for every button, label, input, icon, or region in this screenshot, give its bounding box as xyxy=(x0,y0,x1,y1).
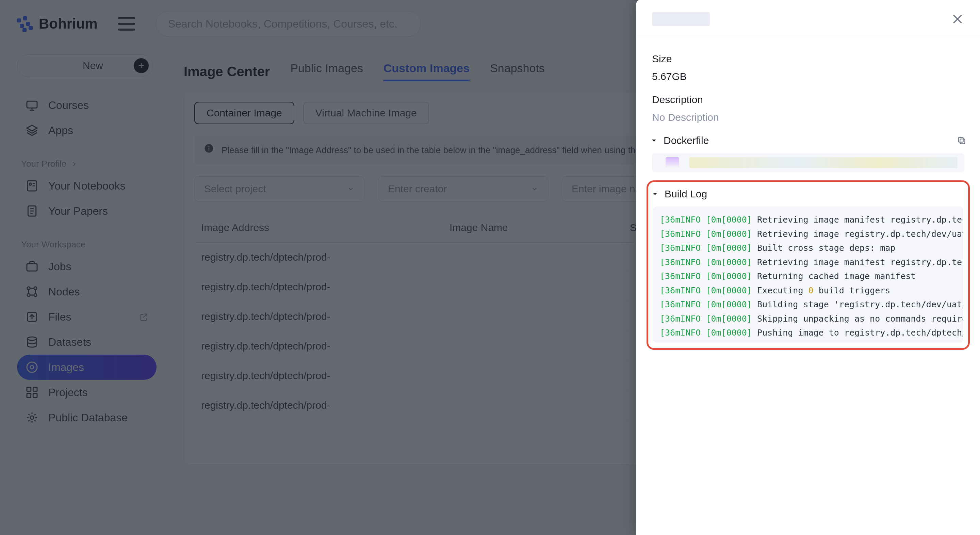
copy-icon[interactable] xyxy=(957,136,966,145)
build-log-content: [36mINFO [0m[0000] Retrieving image mani… xyxy=(653,207,963,343)
size-value: 5.67GB xyxy=(652,71,964,82)
drawer-title-placeholder xyxy=(652,12,710,26)
description-label: Description xyxy=(652,94,964,105)
build-log-highlight: Build Log [36mINFO [0m[0000] Retrieving … xyxy=(646,180,970,350)
caret-down-icon xyxy=(651,190,659,198)
close-icon[interactable] xyxy=(951,12,964,26)
caret-down-icon xyxy=(650,137,658,145)
buildlog-accordion[interactable]: Build Log xyxy=(651,188,966,200)
svg-rect-22 xyxy=(959,137,963,142)
svg-rect-21 xyxy=(960,139,965,143)
dockerfile-content xyxy=(652,153,964,172)
description-value: No Description xyxy=(652,111,964,123)
size-label: Size xyxy=(652,53,964,65)
image-detail-drawer: Size 5.67GB Description No Description D… xyxy=(636,0,980,535)
dockerfile-accordion[interactable]: Dockerfile xyxy=(650,135,966,146)
